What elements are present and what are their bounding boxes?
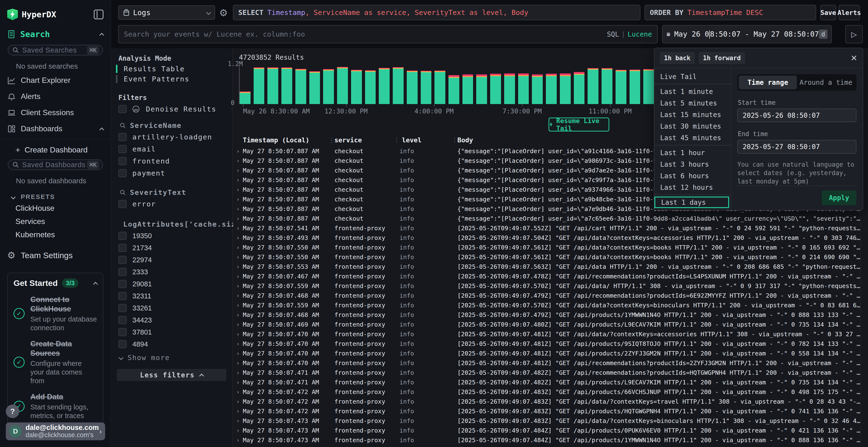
col-level[interactable]: level [402, 136, 422, 144]
filter-group-servicename[interactable]: ServiceName [111, 115, 232, 131]
sidebar-item-team-settings[interactable]: ⚙ Team Settings [0, 241, 111, 269]
checkbox[interactable] [118, 280, 127, 288]
histogram-bar[interactable] [601, 68, 613, 104]
row-expand-icon[interactable]: › [233, 185, 243, 195]
row-expand-icon[interactable]: › [233, 146, 243, 156]
time-preset-last-2-days[interactable]: Last 2 days [654, 208, 731, 210]
sidebar-collapse-icon[interactable] [94, 10, 103, 19]
row-expand-icon[interactable]: › [233, 407, 243, 416]
filter-option[interactable]: 34423 [111, 314, 232, 326]
histogram-bar[interactable] [532, 74, 543, 104]
saved-dashboards-input[interactable]: Saved Dashboards ⌘K [8, 160, 103, 170]
source-select[interactable]: Logs [118, 5, 215, 20]
checkbox[interactable] [118, 268, 127, 276]
mode-results-table[interactable]: Results Table [116, 64, 232, 74]
checkbox[interactable] [118, 169, 127, 177]
apply-button[interactable]: Apply [822, 191, 857, 205]
column-drag-handle-icon[interactable]: ⋮ [394, 136, 400, 144]
preset-item[interactable]: ClickHouse [0, 202, 111, 215]
sidebar-item-client-sessions[interactable]: Client Sessions [0, 105, 111, 121]
row-expand-icon[interactable]: › [233, 204, 243, 214]
table-row[interactable]: › May 27 8:50:07.467 AM frontend-proxy i… [233, 272, 861, 281]
histogram-bar[interactable] [588, 68, 598, 104]
lang-toggle-sql[interactable]: SQL [607, 30, 619, 38]
histogram-bar[interactable] [309, 71, 320, 104]
row-expand-icon[interactable]: › [233, 175, 243, 185]
filter-option[interactable]: frontend [111, 155, 232, 167]
save-button[interactable]: Save [820, 5, 836, 20]
filter-option[interactable]: 37801 [111, 326, 232, 338]
row-expand-icon[interactable]: › [233, 166, 243, 175]
table-row[interactable]: › May 27 8:50:07.472 AM frontend-proxy i… [233, 397, 861, 407]
histogram-plot[interactable] [239, 64, 654, 104]
row-expand-icon[interactable]: › [233, 281, 243, 291]
source-settings-gear-icon[interactable]: ⚙ [219, 7, 228, 18]
preset-live-tail[interactable]: Live Tail [654, 71, 731, 82]
row-expand-icon[interactable]: › [233, 445, 243, 447]
sidebar-item-alerts[interactable]: Alerts [0, 89, 111, 105]
histogram-bar[interactable] [476, 74, 487, 104]
table-row[interactable]: › May 27 8:50:07.470 AM frontend-proxy i… [233, 330, 861, 339]
filter-option[interactable]: 2333 [111, 266, 232, 278]
row-expand-icon[interactable]: › [233, 397, 243, 407]
sidebar-item-dashboards[interactable]: Dashboards [0, 121, 111, 137]
row-expand-icon[interactable]: › [233, 358, 243, 368]
histogram-bar[interactable] [434, 71, 445, 104]
select-query-input[interactable]: SELECT Timestamp , ServiceName as servic… [233, 5, 641, 20]
time-preset-item[interactable]: Last 45 minutes [654, 132, 731, 143]
histogram-bar[interactable] [546, 74, 557, 104]
table-row[interactable]: › May 27 8:50:07.473 AM frontend-proxy i… [233, 426, 861, 436]
checkbox[interactable] [118, 244, 127, 252]
tab-around-a-time[interactable]: Around a time [797, 76, 855, 89]
checkbox[interactable] [118, 133, 127, 141]
table-row[interactable]: › May 27 8:50:07.550 AM frontend-proxy i… [233, 243, 861, 252]
help-button[interactable]: ? [6, 405, 19, 418]
row-expand-icon[interactable]: › [233, 310, 243, 320]
filter-group-cache-size[interactable]: LogAttributes['cache.size'] [111, 210, 232, 230]
row-expand-icon[interactable]: › [233, 368, 243, 378]
table-row[interactable]: › May 27 8:50:07.559 AM frontend-proxy i… [233, 301, 861, 310]
checkbox[interactable] [118, 328, 127, 336]
get-started-item[interactable]: ✓ Create Data Sources Configure where yo… [13, 339, 97, 385]
event-search-input[interactable]: Search your events w/ Lucene ex. column:… [118, 25, 658, 43]
histogram-bar[interactable] [490, 74, 501, 104]
chevron-up-icon[interactable] [99, 33, 104, 38]
filter-option[interactable]: payment [111, 167, 232, 179]
filter-option[interactable]: 33261 [111, 302, 232, 314]
time-preset-item[interactable]: Last 6 hours [654, 170, 731, 182]
column-drag-handle-icon[interactable]: ⋮ [329, 136, 335, 144]
histogram-bar[interactable] [337, 67, 348, 104]
histogram-bar[interactable] [268, 67, 278, 104]
preset-item[interactable]: Services [0, 215, 111, 228]
row-expand-icon[interactable]: › [233, 262, 243, 272]
histogram-bar[interactable] [379, 68, 390, 104]
filter-option[interactable]: artillery-loadgen [111, 131, 232, 143]
orderby-input[interactable]: ORDER BY TimestampTime DESC [645, 5, 816, 20]
checkbox[interactable] [118, 157, 127, 165]
saved-searches-input[interactable]: Saved Searches ⌘K [8, 45, 103, 56]
filter-option[interactable]: email [111, 143, 232, 155]
histogram-bar[interactable] [574, 72, 585, 104]
sidebar-item-chart-explorer[interactable]: Chart Explorer [0, 72, 111, 89]
tab-time-range[interactable]: Time range [739, 76, 797, 89]
time-preset-item[interactable]: Last 3 hours [654, 159, 731, 170]
histogram-bar[interactable] [448, 75, 459, 104]
row-expand-icon[interactable]: › [233, 416, 243, 426]
mode-event-patterns[interactable]: Event Patterns [116, 74, 232, 84]
filter-option[interactable]: 19350 [111, 230, 232, 242]
row-expand-icon[interactable]: › [233, 214, 243, 224]
row-expand-icon[interactable]: › [233, 243, 243, 252]
sidebar-item-search[interactable]: Search [0, 23, 111, 41]
time-preset-last-1-days-highlighted[interactable]: Last 1 days [654, 197, 729, 208]
denoise-results-checkbox-row[interactable]: Denoise Results [111, 103, 232, 115]
lang-toggle-lucene[interactable]: Lucene [628, 30, 652, 38]
show-more-link[interactable]: Show more [111, 350, 232, 362]
histogram-bar[interactable] [462, 74, 473, 104]
table-row[interactable]: › May 27 8:50:07.471 AM frontend-proxy i… [233, 378, 861, 387]
row-expand-icon[interactable]: › [233, 272, 243, 281]
checkbox[interactable] [118, 105, 127, 113]
histogram-bar[interactable] [560, 73, 571, 104]
end-time-input[interactable]: 2025-05-27 08:50:07 [737, 140, 857, 153]
row-expand-icon[interactable]: › [233, 378, 243, 387]
histogram-bar[interactable] [281, 67, 292, 104]
